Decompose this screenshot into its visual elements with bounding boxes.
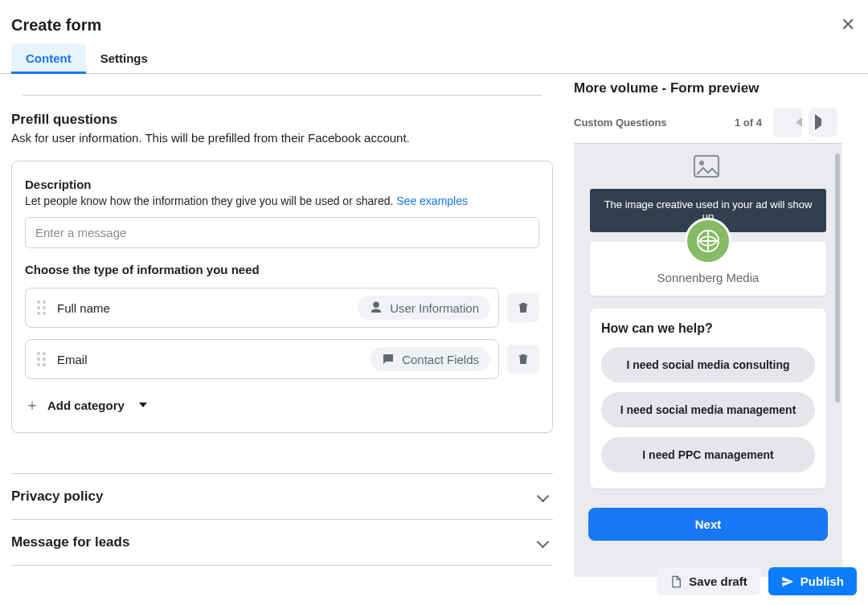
arrow-left-icon — [773, 117, 802, 127]
brand-name: Sonnenberg Media — [598, 271, 818, 284]
option-pill[interactable]: I need social media management — [601, 392, 815, 427]
delete-field-button[interactable] — [507, 293, 539, 322]
pager-prev-button[interactable] — [773, 108, 802, 137]
field-full-name[interactable]: Full name User Information — [25, 288, 499, 328]
question-card: How can we help? I need social media con… — [590, 309, 826, 488]
description-input[interactable] — [25, 217, 539, 248]
preview-next-button[interactable]: Next — [588, 508, 828, 541]
description-card: Description Let people know how the info… — [11, 161, 553, 433]
document-icon — [669, 575, 682, 588]
field-name-label: Email — [57, 353, 88, 366]
pager-next-button[interactable] — [809, 108, 837, 137]
chevron-down-icon — [535, 489, 550, 504]
close-icon[interactable]: ✕ — [841, 14, 855, 35]
field-name-label: Full name — [57, 301, 110, 315]
save-draft-button[interactable]: Save draft — [657, 567, 760, 595]
choose-info-label: Choose the type of information you need — [25, 263, 539, 276]
trash-icon — [516, 300, 530, 315]
see-examples-link[interactable]: See examples — [396, 194, 468, 207]
preview-title: More volume - Form preview — [574, 80, 760, 96]
arrow-right-icon — [815, 114, 831, 130]
send-icon — [781, 575, 794, 588]
field-email[interactable]: Email Contact Fields — [25, 339, 499, 379]
trash-icon — [516, 352, 530, 366]
preview-pager: 1 of 4 — [735, 108, 837, 137]
description-desc: Let people know how the information they… — [25, 194, 539, 207]
section-title-prefill: Prefill questions — [11, 112, 553, 128]
drag-handle-icon[interactable] — [37, 352, 46, 366]
user-icon — [369, 300, 383, 315]
tab-settings[interactable]: Settings — [86, 43, 162, 73]
field-badge: Contact Fields — [370, 347, 490, 371]
form-preview: The image creative used in your ad will … — [574, 143, 842, 577]
page-count: 1 of 4 — [735, 117, 762, 129]
brand-card: Sonnenberg Media — [590, 242, 826, 296]
delete-field-button[interactable] — [507, 345, 539, 374]
tab-content[interactable]: Content — [11, 43, 86, 73]
image-placeholder-icon — [694, 155, 723, 183]
option-pill[interactable]: I need PPC management — [601, 437, 815, 472]
divider — [23, 95, 542, 96]
section-sub-prefill: Ask for user information. This will be p… — [11, 131, 553, 145]
svg-point-1 — [699, 161, 704, 166]
chat-icon — [381, 352, 395, 366]
tabs: Content Settings — [0, 43, 868, 74]
caret-down-icon — [139, 403, 147, 407]
scrollbar[interactable] — [835, 153, 840, 403]
plus-icon: ＋ — [25, 395, 39, 415]
option-pill[interactable]: I need social media consulting — [601, 347, 815, 382]
chevron-down-icon — [535, 535, 550, 550]
publish-button[interactable]: Publish — [768, 567, 857, 595]
add-category-button[interactable]: ＋ Add category — [25, 395, 539, 415]
brand-avatar — [685, 218, 731, 264]
accordion-message-for-leads[interactable]: Message for leads — [11, 520, 553, 566]
preview-subtitle: Custom Questions — [574, 117, 667, 129]
description-label: Description — [25, 178, 539, 191]
field-badge: User Information — [358, 296, 490, 320]
accordion-privacy-policy[interactable]: Privacy policy — [11, 474, 553, 520]
drag-handle-icon[interactable] — [37, 300, 46, 315]
question-title: How can we help? — [601, 321, 815, 336]
page-title: Create form — [11, 16, 101, 35]
